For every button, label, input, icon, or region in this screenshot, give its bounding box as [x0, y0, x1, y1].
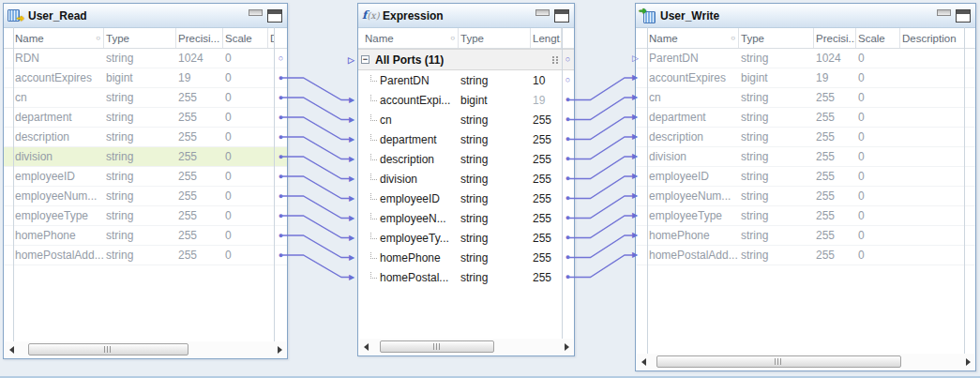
out-port-circle-icon[interactable]: ○	[565, 76, 570, 84]
out-port-circle-icon[interactable]: ○	[279, 54, 283, 63]
scroll-left-button[interactable]	[637, 354, 650, 370]
out-port-dot-icon[interactable]: ●	[279, 133, 283, 142]
horizontal-scrollbar[interactable]	[359, 339, 573, 355]
in-port-arrow-icon[interactable]: ▶	[632, 173, 638, 180]
port-row-ParentDN[interactable]: ▷ParentDNstring10240	[636, 49, 975, 68]
horizontal-scrollbar[interactable]	[5, 341, 286, 357]
out-port-dot-icon[interactable]: ●	[565, 115, 570, 124]
out-port-dot-icon[interactable]: ●	[279, 251, 283, 260]
in-port-arrow-icon[interactable]: ▶	[349, 156, 354, 163]
port-row-accountExpi[interactable]: ▶accountExpi...bigint19●	[358, 90, 574, 110]
in-port-arrow-icon[interactable]: ▶	[632, 133, 638, 141]
port-row-RDN[interactable]: RDNstring10240○	[4, 49, 287, 68]
out-port-dot-icon[interactable]: ●	[279, 232, 283, 240]
port-row-cn[interactable]: ▶cnstring255●	[358, 110, 574, 129]
transformation-titlebar[interactable]: ➜ User_Read	[4, 4, 287, 28]
port-row-department[interactable]: ▶departmentstring255●	[358, 129, 574, 149]
out-port-dot-icon[interactable]: ●	[279, 212, 283, 220]
port-row-employeeID[interactable]: employeeIDstring2550●	[4, 167, 287, 187]
transformation-user-write[interactable]: ➜ User_Write Name○TypePrecisi...ScaleDes…	[635, 3, 976, 371]
out-port-dot-icon[interactable]: ●	[565, 135, 570, 144]
out-port-dot-icon[interactable]: ●	[565, 273, 570, 281]
in-port-arrow-icon[interactable]: ▶	[349, 116, 354, 124]
mapping-canvas[interactable]: ➜ User_Read Name○TypePrecisi...ScaleDesc…	[0, 0, 980, 378]
port-row-division[interactable]: divisionstring2550●	[4, 147, 287, 167]
in-port-arrow-icon[interactable]: ▶	[632, 153, 638, 160]
in-port-arrow-icon[interactable]: ▶	[632, 74, 638, 82]
minimize-button[interactable]	[249, 9, 263, 16]
in-port-arrow-icon[interactable]: ▶	[632, 232, 638, 239]
out-port-dot-icon[interactable]: ●	[565, 155, 570, 163]
port-row-employeeNum[interactable]: ▶employeeNum...string2550	[636, 187, 975, 206]
column-header-type[interactable]: Type	[739, 28, 814, 48]
horizontal-scrollbar[interactable]	[637, 354, 974, 370]
port-row-department[interactable]: ▶departmentstring2550	[636, 108, 975, 128]
in-port-triangle-icon[interactable]: ▷	[348, 55, 354, 64]
port-row-homePostal[interactable]: ▶homePostal...string255●	[358, 267, 574, 287]
in-port-arrow-icon[interactable]: ▶	[349, 215, 354, 222]
maximize-button[interactable]	[267, 9, 282, 23]
port-row-employeeType[interactable]: employeeTypestring2550●	[4, 206, 287, 226]
port-row-division[interactable]: ▶divisionstring255●	[358, 169, 574, 189]
column-header-scale[interactable]: Scale	[223, 28, 268, 48]
port-row-homePhone[interactable]: homePhonestring2550●	[4, 226, 287, 246]
group-expander-icon[interactable]: −	[361, 55, 369, 64]
out-port-dot-icon[interactable]: ●	[279, 153, 283, 161]
in-port-arrow-icon[interactable]: ▶	[632, 94, 638, 101]
maximize-button[interactable]	[554, 9, 569, 23]
port-row-cn[interactable]: cnstring2550●	[4, 88, 287, 108]
transformation-user-read[interactable]: ➜ User_Read Name○TypePrecisi...ScaleDesc…	[3, 3, 288, 359]
port-row-accountExpires[interactable]: accountExpiresbigint190●	[4, 68, 287, 88]
drag-handle-icon[interactable]	[552, 56, 558, 64]
scrollbar-thumb[interactable]	[380, 340, 494, 353]
scroll-right-button[interactable]	[961, 354, 974, 370]
scrollbar-track[interactable]	[650, 355, 961, 368]
all-ports-group-row[interactable]: −All Ports (11)○▷	[358, 49, 574, 70]
maximize-button[interactable]	[956, 9, 971, 23]
scroll-left-button[interactable]	[359, 339, 372, 355]
port-row-employeeID[interactable]: ▶employeeIDstring255●	[358, 189, 574, 208]
port-row-homePhone[interactable]: ▶homePhonestring2550	[636, 226, 975, 246]
port-row-division[interactable]: ▶divisionstring2550	[636, 147, 975, 167]
port-row-employeeN[interactable]: ▶employeeN...string255●	[358, 208, 574, 228]
in-port-arrow-icon[interactable]: ▶	[632, 251, 638, 259]
port-row-ParentDN[interactable]: ParentDNstring10○	[358, 70, 574, 90]
column-header-type[interactable]: Type	[459, 28, 531, 48]
column-header-description[interactable]: Description	[900, 28, 965, 48]
column-header-lengt[interactable]: Lengt...	[531, 28, 562, 48]
scrollbar-track[interactable]	[18, 343, 273, 355]
in-port-arrow-icon[interactable]: ▶	[349, 136, 354, 144]
port-row-description[interactable]: descriptionstring2550●	[4, 128, 287, 147]
minimize-button[interactable]	[937, 9, 951, 16]
port-row-description[interactable]: ▶descriptionstring2550	[636, 128, 975, 147]
column-header-precisi[interactable]: Precisi...	[176, 28, 223, 48]
port-row-homePhone[interactable]: ▶homePhonestring255●	[358, 248, 574, 267]
in-port-arrow-icon[interactable]: ▶	[349, 195, 354, 203]
column-header-name[interactable]: Name○	[647, 28, 739, 48]
in-port-arrow-icon[interactable]: ▶	[349, 234, 354, 242]
scrollbar-thumb[interactable]	[656, 355, 901, 368]
transformation-titlebar[interactable]: ➜ User_Write	[636, 4, 975, 28]
port-row-employeeTy[interactable]: ▶employeeTy...string255●	[358, 228, 574, 248]
column-header-type[interactable]: Type	[104, 28, 176, 48]
in-port-arrow-icon[interactable]: ▶	[349, 274, 354, 281]
scrollbar-track[interactable]	[372, 340, 560, 353]
column-header-name[interactable]: Name○	[13, 28, 104, 48]
in-port-arrow-icon[interactable]: ▶	[632, 192, 638, 200]
column-header-scale[interactable]: Scale	[856, 28, 900, 48]
out-port-circle-icon[interactable]: ○	[565, 55, 570, 64]
out-port-dot-icon[interactable]: ●	[279, 94, 283, 102]
in-port-arrow-icon[interactable]: ▶	[632, 113, 638, 121]
in-port-arrow-icon[interactable]: ▶	[632, 212, 638, 219]
in-port-arrow-icon[interactable]: ▶	[349, 175, 354, 183]
port-row-homePostalAdd[interactable]: homePostalAdd...string2550●	[4, 246, 287, 265]
out-port-dot-icon[interactable]: ●	[565, 214, 570, 222]
port-row-employeeType[interactable]: ▶employeeTypestring2550	[636, 206, 975, 226]
out-port-dot-icon[interactable]: ●	[279, 173, 283, 181]
in-port-arrow-icon[interactable]: ▶	[349, 254, 354, 262]
in-port-triangle-icon[interactable]: ▷	[632, 54, 639, 63]
port-row-homePostalAdd[interactable]: ▶homePostalAdd...string2550	[636, 246, 975, 265]
out-port-dot-icon[interactable]: ●	[565, 194, 570, 203]
scroll-right-button[interactable]	[273, 341, 286, 357]
out-port-dot-icon[interactable]: ●	[565, 234, 570, 242]
